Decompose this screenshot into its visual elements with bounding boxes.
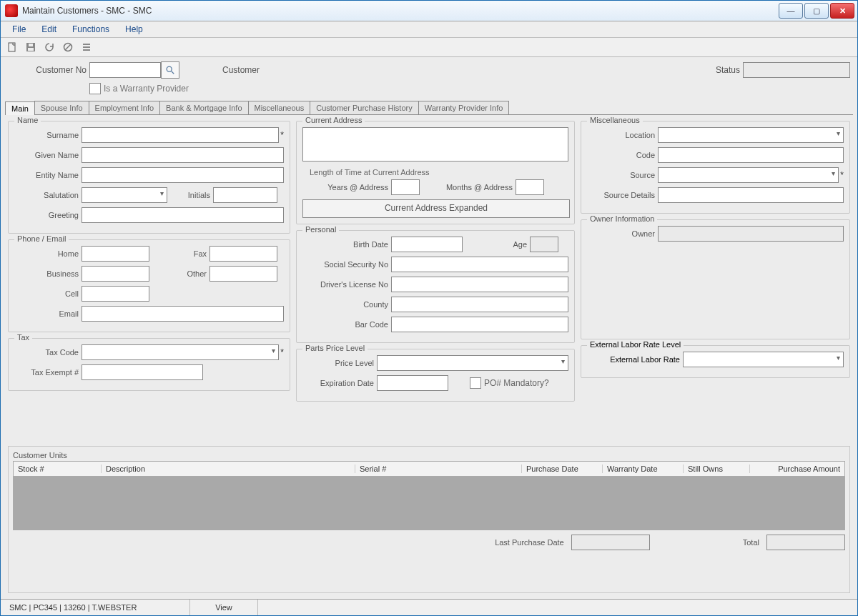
col-purchase-date[interactable]: Purchase Date [522,465,603,473]
other-phone-input[interactable] [209,266,277,282]
years-input[interactable] [391,179,420,195]
salutation-label: Salutation [14,191,82,199]
name-legend: Name [14,116,41,124]
tab-bank-mortgage-info[interactable]: Bank & Mortgage Info [159,101,248,114]
fax-input[interactable] [209,246,277,262]
col-right: Miscellaneous Location Code Source* Sour… [581,121,850,440]
app-icon [5,4,18,17]
age-label: Age [484,240,530,249]
source-details-input[interactable] [658,187,844,203]
price-level-label: Price Level [302,359,377,367]
list-icon[interactable] [79,40,94,54]
barcode-input[interactable] [391,317,568,332]
cell-phone-input[interactable] [82,286,149,302]
menu-help[interactable]: Help [118,23,150,36]
business-phone-input[interactable] [82,266,149,282]
col-still-owns[interactable]: Still Owns [684,465,750,473]
svg-rect-7 [83,46,90,48]
po-mandatory-checkbox[interactable] [470,377,481,389]
entity-name-input[interactable] [82,167,284,183]
close-button[interactable]: ✕ [830,3,854,19]
code-label: Code [587,151,658,159]
cancel-icon[interactable] [61,40,75,54]
dl-label: Driver's License No [302,280,391,289]
tab-customer-purchase-history[interactable]: Customer Purchase History [310,101,419,114]
tax-exempt-input[interactable] [82,364,203,380]
tab-miscellaneous[interactable]: Miscellaneous [248,101,311,114]
svg-point-9 [167,66,172,71]
col-serial[interactable]: Serial # [355,465,522,473]
price-level-select[interactable] [377,355,568,371]
business-label: Business [14,269,82,278]
maximize-button[interactable]: ▢ [804,3,829,19]
expiration-date-input[interactable] [377,375,448,391]
tab-strip: Main Spouse Info Employment Info Bank & … [5,99,853,115]
current-address-group: Current Address Length of Time at Curren… [296,121,575,224]
refresh-icon[interactable] [42,40,56,54]
tab-spouse-info[interactable]: Spouse Info [34,101,89,114]
units-grid-footer: Last Purchase Date Total [13,535,845,550]
county-input[interactable] [391,297,568,312]
window-buttons: — ▢ ✕ [779,3,854,19]
tax-exempt-label: Tax Exempt # [14,368,82,377]
elr-legend: External Labor Rate Level [587,340,684,349]
external-labor-rate-select[interactable] [683,352,844,367]
personal-group: Personal Birth DateAge Social Security N… [296,230,575,343]
col-warranty-date[interactable]: Warranty Date [603,465,684,473]
customer-no-lookup-button[interactable] [161,61,179,79]
tab-employment-info[interactable]: Employment Info [89,101,161,114]
owner-label: Owner [587,229,658,238]
col-description[interactable]: Description [102,465,355,473]
tax-code-select[interactable] [82,344,279,360]
po-mandatory-label: PO# Mandatory? [484,378,549,388]
name-group: Name Surname* Given Name Entity Name Sal… [8,121,290,234]
warranty-provider-checkbox[interactable] [89,83,101,94]
home-phone-input[interactable] [82,246,149,262]
last-purchase-date-label: Last Purchase Date [495,538,564,547]
salutation-select[interactable] [82,187,167,203]
tab-main[interactable]: Main [5,101,35,115]
current-address-expanded-button[interactable]: Current Address Expanded [302,199,570,218]
years-label: Years @ Address [310,183,391,192]
tax-code-required: * [280,347,284,357]
ssn-input[interactable] [391,257,568,272]
drivers-license-input[interactable] [391,277,568,292]
menu-file[interactable]: File [5,23,33,36]
expiration-date-label: Expiration Date [302,379,377,387]
phone-email-legend: Phone / Email [14,234,69,243]
customer-no-input[interactable] [89,62,161,78]
surname-input[interactable] [82,127,279,143]
phone-email-group: Phone / Email Home Fax Business Other Ce… [8,239,290,332]
code-input[interactable] [658,147,844,163]
initials-input[interactable] [213,187,277,203]
col-mid: Current Address Length of Time at Curren… [296,121,575,440]
greeting-input[interactable] [82,207,284,223]
location-select[interactable] [658,127,844,143]
cell-label: Cell [14,289,82,298]
menu-functions[interactable]: Functions [65,23,117,36]
search-icon [165,65,175,75]
minimize-button[interactable]: — [779,3,803,19]
menu-bar: File Edit Functions Help [1,21,857,38]
months-input[interactable] [516,179,544,195]
svg-line-10 [172,71,174,74]
col-purchase-amount[interactable]: Purchase Amount [750,465,844,473]
menu-edit[interactable]: Edit [34,23,64,36]
price-legend: Parts Price Level [302,344,368,352]
current-address-textarea[interactable] [302,127,568,162]
tax-legend: Tax [14,333,32,342]
birth-date-label: Birth Date [302,240,391,249]
given-name-input[interactable] [82,147,284,163]
owner-legend: Owner Information [587,214,657,223]
email-input[interactable] [82,306,284,322]
col-stock[interactable]: Stock # [14,465,102,473]
customer-label: Customer [222,65,262,75]
units-grid-body[interactable] [13,477,845,530]
tab-warranty-provider-info[interactable]: Warranty Provider Info [418,101,510,114]
source-select[interactable] [658,167,839,183]
save-icon[interactable] [24,40,38,54]
birth-date-input[interactable] [391,237,463,252]
new-icon[interactable] [5,40,19,54]
months-label: Months @ Address [427,183,516,192]
length-legend: Length of Time at Current Address [310,168,568,177]
